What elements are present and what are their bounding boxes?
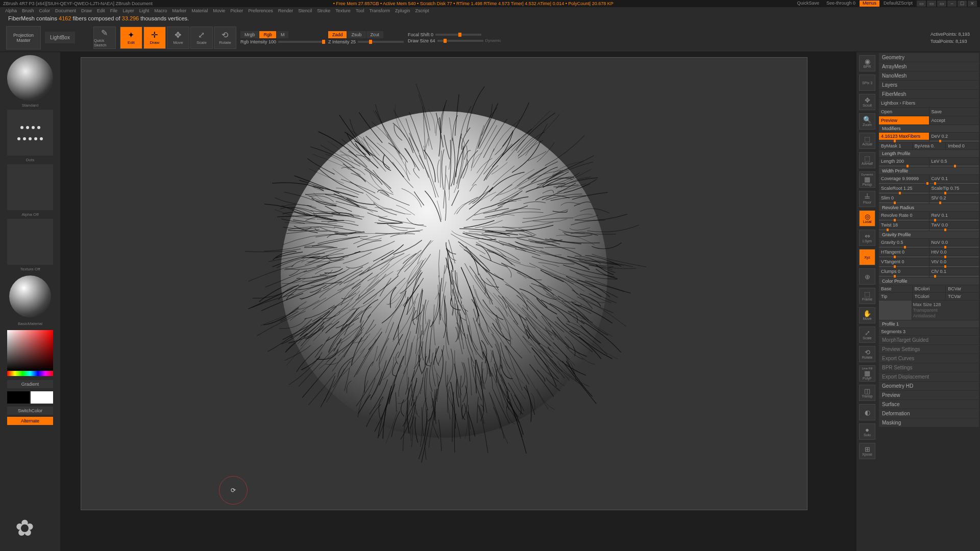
max-button[interactable]: ☐ [958, 1, 967, 7]
shelf-xpose[interactable]: ⊞Xpose [859, 443, 875, 459]
shelf-xyz[interactable]: Xyz [859, 249, 875, 265]
rgb-intensity-slider[interactable] [278, 41, 324, 43]
menu-transform[interactable]: Transform [369, 8, 390, 13]
menu-draw[interactable]: Draw [81, 8, 92, 13]
section-geometry[interactable]: Geometry [879, 53, 979, 62]
section[interactable]: Export Displacement [879, 372, 979, 381]
move-button[interactable]: ✥Move [167, 27, 189, 49]
shelf-rotate[interactable]: ⟲Rotate [859, 346, 875, 362]
color-picker[interactable] [7, 330, 53, 376]
shelf-spix[interactable]: SPix 3 [859, 74, 875, 91]
section-surface[interactable]: Surface [879, 400, 979, 409]
section[interactable]: MorphTarget Guided [879, 336, 979, 344]
menus-toggle[interactable]: Menus [860, 1, 879, 7]
section-fibermesh[interactable]: FiberMesh [879, 90, 979, 98]
htangent-slider[interactable]: HTangent 0 [879, 248, 929, 256]
section-modifiers[interactable]: Modifiers [879, 125, 979, 132]
coverage-slider[interactable]: Coverage 9.99999 [879, 175, 929, 182]
shelf-aahalf[interactable]: ⬚AAHalf [859, 152, 875, 168]
cov-slider[interactable]: CoV 0.1 [929, 175, 979, 182]
segments-slider[interactable]: Segments 3 [879, 328, 979, 335]
slim-slider[interactable]: Slim 0 [879, 194, 929, 202]
texture-picker[interactable] [7, 219, 53, 265]
vtv-slider[interactable]: VtV 0.0 [929, 258, 979, 265]
section-gravity-profile[interactable]: Gravity Profile [879, 231, 979, 238]
menu-stencil[interactable]: Stencil [298, 8, 312, 13]
section-arraymesh[interactable]: ArrayMesh [879, 62, 979, 71]
nov-slider[interactable]: NoV 0.0 [929, 239, 979, 246]
section[interactable]: Export Curves [879, 354, 979, 363]
shelf-floor[interactable]: ╧Floor [859, 191, 875, 207]
shelf-lsym[interactable]: ⇔LSym [859, 230, 875, 246]
scale-button[interactable]: ⤢Scale [190, 27, 213, 49]
menu-light[interactable]: Light [139, 8, 150, 13]
menu-edit[interactable]: Edit [97, 8, 105, 13]
section-revolve-radius[interactable]: Revolve Radius [879, 204, 979, 211]
section-masking[interactable]: Masking [879, 418, 979, 427]
close-button[interactable]: ✕ [968, 1, 977, 7]
win-btn[interactable]: ▭ [917, 1, 926, 7]
save-button[interactable]: Save [929, 108, 979, 116]
htv-slider[interactable]: HtV 0.0 [929, 248, 979, 256]
win-btn[interactable]: ▭ [927, 1, 936, 7]
seethrough-slider[interactable]: See-through 0 [823, 1, 859, 7]
quicksketch-button[interactable]: ✎Quick Sketch [93, 27, 116, 49]
twist-slider[interactable]: Twist 18 [879, 221, 929, 229]
section-geometry-hd[interactable]: Geometry HD [879, 382, 979, 390]
mode-zsub[interactable]: Zsub [347, 31, 365, 38]
rotate-button[interactable]: ⟲Rotate [214, 27, 236, 49]
menu-zplugin[interactable]: Zplugin [395, 8, 410, 13]
accept-button[interactable]: Accept [929, 116, 979, 124]
tip-color-swatch[interactable]: Max Size 128TransparentAntialiased [912, 300, 979, 320]
quicksave-button[interactable]: QuickSave [794, 1, 822, 7]
switchcolor-button[interactable]: SwitchColor [7, 407, 53, 415]
section-nanomesh[interactable]: NanoMesh [879, 71, 979, 80]
edit-button[interactable]: ✦Edit [120, 27, 142, 49]
win-btn[interactable]: ▭ [937, 1, 946, 7]
base-color-swatch[interactable] [879, 300, 912, 320]
mode-zadd[interactable]: Zadd [328, 31, 347, 38]
section-preview[interactable]: Preview [879, 391, 979, 399]
section[interactable]: Preview Settings [879, 345, 979, 354]
base[interactable]: Base [879, 285, 912, 292]
gravity-slider[interactable]: Gravity 0.5 [879, 239, 929, 246]
brush-picker[interactable] [7, 55, 53, 101]
min-button[interactable]: – [947, 1, 957, 7]
menu-preferences[interactable]: Preferences [248, 8, 273, 13]
vtangent-slider[interactable]: VTangent 0 [879, 258, 929, 265]
menu-stroke[interactable]: Stroke [317, 8, 330, 13]
rev-slider[interactable]: ReV 0.1 [929, 212, 979, 219]
shelf-frame[interactable]: ⬚Frame [859, 288, 875, 304]
menu-color[interactable]: Color [39, 8, 51, 13]
param[interactable]: Imbed 0 [946, 142, 979, 149]
scaleroot-slider[interactable]: ScaleRoot 1.25 [879, 185, 929, 192]
tcolor[interactable]: TColori [913, 293, 946, 300]
bcvar[interactable]: BCVar [946, 285, 979, 292]
slv-slider[interactable]: SlV 0.2 [929, 194, 979, 202]
tcvar[interactable]: TCVar [946, 293, 979, 300]
lightbox-button[interactable]: LightBox [45, 32, 75, 43]
menu-macro[interactable]: Macro [154, 8, 167, 13]
preview-button[interactable]: Preview [879, 116, 929, 124]
material-picker[interactable] [9, 276, 51, 317]
shelf-actual[interactable]: ⬚Actual [859, 133, 875, 149]
tip[interactable]: Tip [879, 293, 912, 300]
clv-slider[interactable]: ClV 0.1 [929, 268, 979, 275]
mode-m[interactable]: M [277, 31, 289, 38]
shelf-solo[interactable]: ●Solo [859, 423, 875, 440]
section-layers[interactable]: Layers [879, 81, 979, 89]
stroke-picker[interactable] [7, 110, 53, 156]
param[interactable]: ByMask 1 [879, 142, 912, 149]
menu-tool[interactable]: Tool [356, 8, 364, 13]
shelf-center[interactable]: ⊕ [859, 268, 875, 285]
draw-button[interactable]: ✛Draw [143, 27, 166, 49]
menu-file[interactable]: File [110, 8, 118, 13]
mode-mrgb[interactable]: Mrgb [240, 31, 259, 38]
clumps-slider[interactable]: Clumps 0 [879, 268, 929, 275]
color-secondary[interactable] [7, 391, 30, 404]
draw-size-slider[interactable] [437, 40, 483, 42]
section[interactable]: BPR Settings [879, 363, 979, 372]
shelf-bpr[interactable]: ◉BPR [859, 55, 875, 71]
alternate-button[interactable]: Alternate [7, 417, 53, 425]
section-width-profile[interactable]: Width Profile [879, 167, 979, 174]
